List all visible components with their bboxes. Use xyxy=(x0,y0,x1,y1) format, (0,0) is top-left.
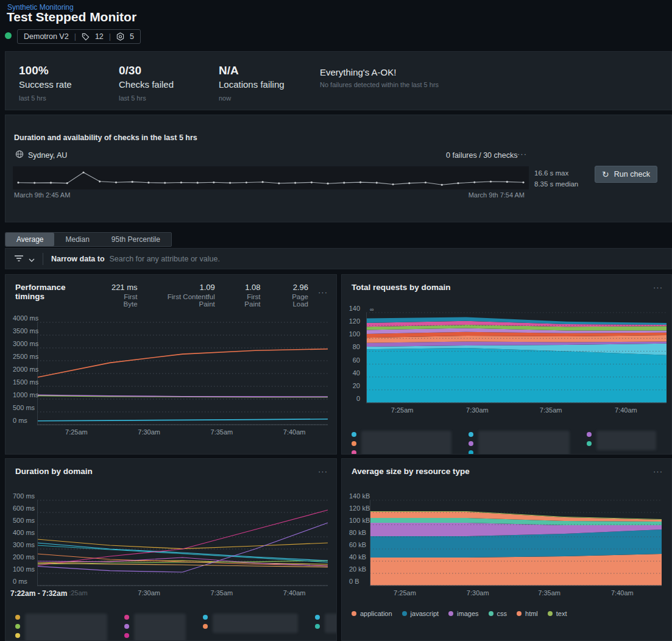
filter-dropdown[interactable] xyxy=(14,253,35,264)
legend-dot-icon xyxy=(548,611,553,616)
y-axis-label: 120 kB xyxy=(349,505,369,512)
x-axis-label: 7:35am xyxy=(206,428,238,436)
x-axis-label: 7:30am xyxy=(133,428,165,436)
status-message: Everything's A-OK! No failures detected … xyxy=(320,64,439,110)
stat-first-contentful-paint: 1.09 First Contentful Paint xyxy=(154,283,215,308)
panel-title: Total requests by domain xyxy=(352,283,451,292)
status-message-title: Everything's A-OK! xyxy=(320,67,439,77)
y-axis-label: 0 ms xyxy=(13,578,36,585)
panel-menu-button[interactable]: ··· xyxy=(318,467,328,476)
legend-item[interactable]: images xyxy=(448,610,478,617)
globe-icon xyxy=(15,150,24,160)
tab-95th-percentile[interactable]: 95th Percentile xyxy=(101,233,171,246)
badge-divider: | xyxy=(74,32,76,41)
tab-median[interactable]: Median xyxy=(54,233,100,246)
availability-sparkline[interactable] xyxy=(13,166,529,189)
legend-dots xyxy=(352,431,356,455)
legend-group-redacted[interactable] xyxy=(124,614,186,641)
y-axis-label: 1000 ms xyxy=(13,391,36,398)
environment-name: Demotron V2 xyxy=(24,32,69,41)
legend-label: text xyxy=(556,610,567,617)
environment-badge[interactable]: Demotron V2 | 12 | 5 xyxy=(17,29,141,44)
legend-group-redacted[interactable] xyxy=(469,431,570,455)
panel-menu-button[interactable]: ··· xyxy=(318,283,328,297)
sparkline-start-time: March 9th 2:45 AM xyxy=(14,191,70,199)
y-axis-label: 3500 ms xyxy=(13,327,36,335)
x-axis-label: 7:25am xyxy=(389,589,420,597)
redacted-label-box xyxy=(478,431,570,455)
y-axis-label: 0 B xyxy=(349,578,369,585)
legend-group-redacted[interactable] xyxy=(352,431,451,455)
narrow-data-label: Narrow data to xyxy=(51,255,105,263)
stat-label: Checks failed xyxy=(119,79,219,90)
legend-group-redacted[interactable] xyxy=(203,614,298,641)
legend-dot-icon xyxy=(469,450,473,455)
duration-by-domain-chart[interactable]: 700 ms600 ms500 ms400 ms300 ms200 ms100 … xyxy=(5,500,331,600)
stat-locations-failing: N/A Locations failing now xyxy=(219,64,319,110)
panel-menu-button[interactable]: ··· xyxy=(653,467,663,476)
legend-item[interactable]: javascript xyxy=(402,610,439,617)
search-input[interactable] xyxy=(110,255,671,263)
legend-label: css xyxy=(497,610,508,617)
y-axis-label: 80 kB xyxy=(349,529,369,536)
tiny-annotation: ∞ xyxy=(370,306,373,313)
chart-legend-redacted[interactable] xyxy=(5,614,336,641)
legend-item[interactable]: html xyxy=(517,610,538,617)
failures-summary: 0 failures / 30 checks xyxy=(446,151,517,160)
tag-count: 12 xyxy=(95,32,104,41)
legend-dots xyxy=(315,614,320,629)
chart-legend-redacted[interactable] xyxy=(342,431,671,455)
filter-icon xyxy=(14,253,24,264)
x-axis-label: 7:40am xyxy=(606,589,638,597)
y-axis-label: 40 kB xyxy=(349,553,369,561)
legend-dots xyxy=(15,614,20,638)
redacted-label-box xyxy=(596,431,656,450)
divider xyxy=(43,253,43,265)
x-axis-label: 7:25am xyxy=(386,406,418,414)
legend-dot-icon xyxy=(489,611,493,616)
average-size-chart[interactable]: 140 kB120 kB100 kB80 kB60 kB40 kB20 kB0 … xyxy=(342,500,667,600)
stat-sub: last 5 hrs xyxy=(19,94,119,102)
x-axis-label: 7:30am xyxy=(461,406,493,414)
legend-dot-icon xyxy=(15,615,20,620)
y-axis-label: 500 ms xyxy=(13,517,36,524)
chart-legend: applicationjavascriptimagescsshtmltext xyxy=(342,610,671,617)
header-stats: 221 ms First Byte 1.09 First Contentful … xyxy=(94,283,308,308)
legend-dot-icon xyxy=(124,633,129,638)
time-range-label: 7:22am - 7:32am xyxy=(10,589,69,598)
x-axis-label: 7:35am xyxy=(206,589,238,597)
legend-group-redacted[interactable] xyxy=(15,614,107,641)
total-requests-chart[interactable]: 1401201008060402007:25am7:30am7:35am7:40… xyxy=(342,313,669,417)
stat-first-paint: 1.08 First Paint xyxy=(231,283,261,308)
duration-menu-button[interactable]: ··· xyxy=(517,149,527,158)
legend-dots xyxy=(469,431,473,455)
redacted-label-box xyxy=(134,614,186,641)
y-axis-label: 20 xyxy=(344,382,360,389)
legend-group-redacted[interactable] xyxy=(587,431,656,455)
legend-dot-icon xyxy=(469,441,473,446)
legend-dots xyxy=(124,614,129,638)
x-axis-label: 7:25am xyxy=(60,428,92,436)
panel-title: Duration by domain xyxy=(15,467,93,476)
legend-item[interactable]: application xyxy=(352,610,392,617)
tab-average[interactable]: Average xyxy=(5,233,54,246)
legend-item[interactable]: css xyxy=(489,610,508,617)
y-axis-label: 0 xyxy=(344,395,360,402)
legend-dot-icon xyxy=(203,615,208,620)
legend-item[interactable]: text xyxy=(548,610,567,617)
legend-dot-icon xyxy=(352,441,356,446)
y-axis-label: 4000 ms xyxy=(13,314,36,322)
panel-menu-button[interactable]: ··· xyxy=(653,283,663,292)
legend-dot-icon xyxy=(402,611,407,616)
legend-group-redacted[interactable] xyxy=(315,614,337,641)
monitor-status-icon xyxy=(5,32,12,39)
y-axis-label: 300 ms xyxy=(13,541,36,548)
performance-timings-chart[interactable]: 4000 ms3500 ms3000 ms2500 ms2000 ms1500 … xyxy=(5,322,331,439)
duration-by-domain-panel: Duration by domain ··· 700 ms600 ms500 m… xyxy=(5,458,337,641)
stat-label: Locations failing xyxy=(219,79,319,90)
legend-dot-icon xyxy=(203,624,208,629)
y-axis-label: 3000 ms xyxy=(13,340,36,347)
run-check-button[interactable]: ↻ Run check xyxy=(595,166,657,183)
panel-header: Total requests by domain ··· xyxy=(342,275,671,292)
hexagon-gear-icon xyxy=(116,32,124,41)
